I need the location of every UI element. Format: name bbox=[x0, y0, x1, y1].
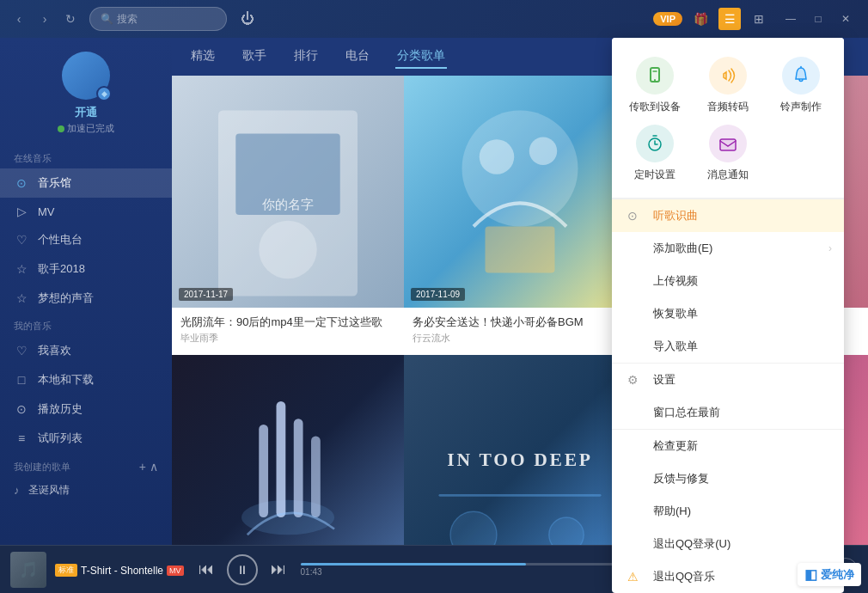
window-buttons: — □ ✕ bbox=[777, 7, 859, 31]
card-1-thumb: 你的名字 2017-11-17 bbox=[172, 76, 404, 308]
svg-point-8 bbox=[529, 138, 557, 165]
music-card-1[interactable]: 你的名字 2017-11-17 光阴流年：90后的mp4里一定下过这些歌 毕业雨… bbox=[172, 76, 404, 355]
title-bar-right: VIP 🎁 ☰ ⊞ — □ ✕ bbox=[653, 7, 859, 31]
sidebar-item-favorites[interactable]: ♡ 我喜欢 bbox=[0, 336, 172, 365]
username[interactable]: 开通 bbox=[75, 105, 97, 120]
card-4-art bbox=[172, 355, 404, 545]
search-input[interactable] bbox=[117, 13, 220, 25]
nav-selected[interactable]: 精选 bbox=[189, 45, 217, 69]
svg-rect-33 bbox=[720, 139, 736, 150]
nav-ranking[interactable]: 排行 bbox=[292, 45, 320, 69]
dropdown-item-song-recognition[interactable]: ⊙ 听歌识曲 bbox=[612, 199, 844, 232]
mail-svg bbox=[718, 133, 738, 154]
player-song-meta: 标准 T-Shirt - Shontelle MV bbox=[55, 564, 184, 577]
dropdown-item-add-song[interactable]: 添加歌曲(E) › bbox=[612, 232, 844, 265]
card-2-subtitle: 行云流水 bbox=[413, 332, 627, 345]
card-2-title: 务必安全送达！快递小哥必备BGM bbox=[413, 315, 627, 330]
sidebar-item-audition-label: 试听列表 bbox=[38, 431, 83, 446]
card-2-art bbox=[404, 76, 636, 308]
dropdown-ringtone[interactable]: 铃声制作 bbox=[764, 52, 837, 119]
playlist-icon: ♪ bbox=[14, 484, 20, 497]
sidebar: ◆ 开通 加速已完成 在线音乐 ⊙ 音乐馆 ▷ MV ♡ 个性电台 ☆ 歌手20… bbox=[0, 38, 172, 545]
help-label: 帮助(H) bbox=[653, 504, 691, 519]
prev-button[interactable]: ⏮ bbox=[193, 556, 220, 584]
svg-point-7 bbox=[480, 139, 515, 174]
nav-radio[interactable]: 电台 bbox=[344, 45, 371, 69]
sidebar-item-history[interactable]: ⊙ 播放历史 bbox=[0, 394, 172, 424]
collapse-playlist-button[interactable]: ∧ bbox=[150, 460, 158, 474]
refresh-button[interactable]: ↻ bbox=[60, 9, 81, 29]
sidebar-item-local-label: 本地和下载 bbox=[38, 372, 94, 388]
add-playlist-button[interactable]: + bbox=[139, 460, 146, 474]
card-5-art: IN TOO DEEP bbox=[404, 355, 636, 545]
mini-mode-button[interactable]: ⊞ bbox=[748, 8, 770, 30]
gift-button[interactable]: 🎁 bbox=[689, 8, 712, 30]
send-device-icon bbox=[636, 57, 674, 95]
back-button[interactable]: ‹ bbox=[9, 9, 29, 29]
music-card-4[interactable]: 2017-12-08 文化碰撞·当西洋乐器遇上民族乐器 秋水浮萍任飘渺 bbox=[172, 355, 404, 545]
sidebar-item-singers-label: 歌手2018 bbox=[38, 261, 85, 277]
menu-button[interactable]: ☰ bbox=[718, 8, 741, 30]
bell-svg bbox=[791, 65, 811, 86]
exit-icon: ⚠ bbox=[627, 570, 645, 584]
my-music-label: 我的音乐 bbox=[14, 320, 52, 333]
sidebar-item-favorites-label: 我喜欢 bbox=[38, 343, 71, 358]
favorites-icon: ♡ bbox=[14, 344, 29, 358]
dropdown-item-restore-playlist[interactable]: 恢复歌单 bbox=[612, 297, 844, 330]
music-card-5[interactable]: IN TOO DEEP 2017-12-07 Armada Tech | 穿梭于… bbox=[404, 355, 636, 545]
close-button[interactable]: ✕ bbox=[832, 7, 859, 31]
always-top-label: 窗口总在最前 bbox=[653, 405, 720, 420]
dropdown-item-logout-qq[interactable]: 退出QQ登录(U) bbox=[612, 528, 844, 560]
sidebar-item-local[interactable]: □ 本地和下载 bbox=[0, 365, 172, 394]
sidebar-item-mv[interactable]: ▷ MV bbox=[0, 198, 172, 225]
minimize-button[interactable]: — bbox=[777, 7, 804, 31]
sidebar-item-radio[interactable]: ♡ 个性电台 bbox=[0, 225, 172, 254]
dropdown-audio-transcode[interactable]: 音频转码 bbox=[692, 52, 765, 119]
nav-category-playlist[interactable]: 分类歌单 bbox=[395, 45, 447, 69]
avatar-wrap: ◆ bbox=[62, 52, 110, 100]
restore-playlist-label: 恢复歌单 bbox=[653, 306, 698, 321]
new-badge: MV bbox=[167, 565, 184, 576]
dropdown-item-settings[interactable]: ⚙ 设置 bbox=[612, 364, 844, 396]
dropdown-item-import-playlist[interactable]: 导入歌单 bbox=[612, 330, 844, 363]
watermark-text: 爱纯净 bbox=[821, 567, 854, 583]
dropdown-timer[interactable]: 定时设置 bbox=[619, 119, 692, 187]
player-controls: ⏮ ⏸ ⏭ bbox=[193, 554, 292, 585]
dropdown-item-feedback[interactable]: 反馈与修复 bbox=[612, 462, 844, 495]
feedback-label: 反馈与修复 bbox=[653, 471, 709, 486]
dropdown-item-help[interactable]: 帮助(H) bbox=[612, 495, 844, 528]
svg-rect-20 bbox=[311, 437, 321, 518]
avatar-badge: ◆ bbox=[96, 86, 112, 101]
pause-button[interactable]: ⏸ bbox=[227, 554, 258, 585]
playlist-christmas[interactable]: ♪ 圣诞风情 bbox=[0, 477, 172, 504]
dropdown-send-to-device[interactable]: 传歌到设备 bbox=[619, 52, 692, 119]
sidebar-item-singers[interactable]: ☆ 歌手2018 bbox=[0, 254, 172, 284]
my-playlist-header: 我创建的歌单 + ∧ bbox=[0, 453, 172, 477]
dropdown-notification[interactable]: 消息通知 bbox=[692, 119, 765, 187]
svg-rect-23 bbox=[439, 494, 602, 497]
sidebar-item-music-hall[interactable]: ⊙ 音乐馆 bbox=[0, 168, 172, 198]
progress-fill bbox=[301, 563, 526, 565]
maximize-button[interactable]: □ bbox=[804, 7, 832, 31]
dream-icon: ☆ bbox=[14, 291, 29, 305]
forward-button[interactable]: › bbox=[34, 9, 55, 29]
card-1-subtitle: 毕业雨季 bbox=[180, 332, 395, 345]
player-song-name: T-Shirt - Shontelle bbox=[81, 565, 163, 577]
dropdown-item-always-on-top[interactable]: 窗口总在最前 bbox=[612, 396, 844, 429]
dropdown-item-upload-video[interactable]: 上传视频 bbox=[612, 265, 844, 297]
search-icon: 🔍 bbox=[101, 13, 113, 25]
sidebar-profile: ◆ 开通 加速已完成 bbox=[0, 38, 172, 145]
sidebar-item-music-hall-label: 音乐馆 bbox=[38, 175, 71, 191]
player-thumbnail: 🎵 bbox=[10, 552, 46, 588]
next-button[interactable]: ⏭ bbox=[265, 556, 292, 584]
sidebar-item-audition[interactable]: ≡ 试听列表 bbox=[0, 424, 172, 453]
vip-badge[interactable]: VIP bbox=[653, 12, 682, 26]
power-button[interactable]: ⏻ bbox=[235, 7, 260, 31]
nav-singers[interactable]: 歌手 bbox=[241, 45, 268, 69]
user-status-text: 加速已完成 bbox=[67, 122, 114, 135]
search-box[interactable]: 🔍 bbox=[89, 7, 227, 31]
svg-point-3 bbox=[259, 221, 317, 279]
sidebar-item-dream[interactable]: ☆ 梦想的声音 bbox=[0, 284, 172, 313]
music-card-2[interactable]: 2017-11-09 务必安全送达！快递小哥必备BGM 行云流水 bbox=[404, 76, 636, 355]
dropdown-item-check-update[interactable]: 检查更新 bbox=[612, 430, 844, 462]
